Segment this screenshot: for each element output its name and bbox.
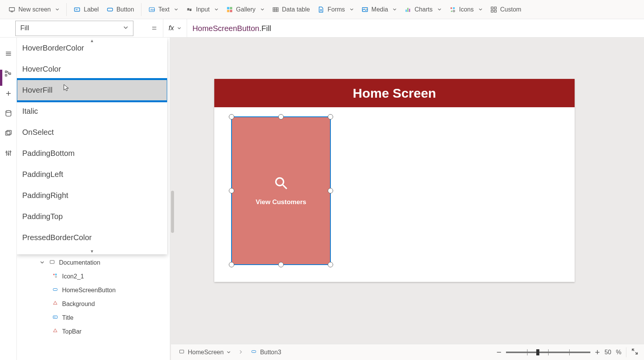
property-selector[interactable]: Fill bbox=[15, 21, 133, 36]
scroll-up-arrow[interactable]: ▲ bbox=[17, 38, 167, 44]
dropdown-item-hovercolor[interactable]: HoverColor bbox=[17, 59, 167, 80]
dropdown-item-paddingright[interactable]: PaddingRight bbox=[17, 185, 167, 206]
svg-rect-14 bbox=[230, 10, 232, 12]
resize-handle[interactable] bbox=[278, 262, 284, 267]
new-screen-label: New screen bbox=[18, 6, 51, 13]
insert-label-button[interactable]: Label bbox=[70, 4, 102, 15]
property-selector-value: Fill bbox=[20, 24, 29, 32]
tree-view-icon[interactable] bbox=[4, 69, 13, 78]
left-nav-rail bbox=[0, 38, 17, 360]
canvas-screen[interactable]: Home Screen View Customers bbox=[214, 79, 575, 282]
icons-icon bbox=[449, 6, 456, 13]
resize-handle[interactable] bbox=[278, 114, 284, 119]
svg-rect-58 bbox=[53, 288, 58, 290]
scroll-down-arrow[interactable]: ▼ bbox=[17, 248, 167, 254]
insert-input-text: Input bbox=[196, 6, 210, 13]
zoom-in-button[interactable]: + bbox=[595, 347, 600, 357]
zoom-unit: % bbox=[616, 349, 621, 356]
svg-rect-15 bbox=[273, 7, 278, 11]
chevron-down-icon bbox=[214, 6, 219, 13]
breadcrumb-chevron-icon bbox=[238, 349, 243, 356]
insert-icons-menu[interactable]: Icons bbox=[445, 4, 486, 15]
insert-custom-menu[interactable]: Custom bbox=[486, 4, 525, 15]
chevron-down-icon bbox=[123, 24, 128, 32]
svg-rect-4 bbox=[107, 8, 113, 11]
resize-handle[interactable] bbox=[229, 262, 234, 267]
resize-handle[interactable] bbox=[229, 188, 234, 193]
svg-point-53 bbox=[10, 151, 11, 152]
hamburger-icon[interactable] bbox=[4, 49, 13, 58]
insert-charts-menu[interactable]: Charts bbox=[401, 4, 445, 15]
resize-handle[interactable] bbox=[229, 114, 234, 119]
dropdown-item-onselect[interactable]: OnSelect bbox=[17, 122, 167, 143]
tree-parent-documentation[interactable]: Documentation bbox=[36, 256, 170, 270]
property-dropdown-list[interactable]: HoverBorderColor HoverColor HoverFill It… bbox=[17, 44, 167, 248]
svg-rect-39 bbox=[9, 73, 10, 74]
fx-button[interactable]: fx bbox=[163, 19, 187, 37]
canvas-area[interactable]: Home Screen View Customers bbox=[170, 38, 644, 360]
zoom-out-button[interactable]: − bbox=[496, 347, 501, 357]
insert-button-button[interactable]: Button bbox=[103, 4, 138, 15]
insert-forms-menu[interactable]: Forms bbox=[314, 4, 357, 15]
breadcrumb-screen[interactable]: HomeScreen bbox=[176, 347, 233, 358]
dropdown-item-paddingtop[interactable]: PaddingTop bbox=[17, 206, 167, 227]
insert-icon[interactable] bbox=[4, 89, 13, 98]
insert-gallery-menu[interactable]: Gallery bbox=[222, 4, 268, 15]
shape-icon bbox=[52, 328, 58, 335]
resize-handle[interactable] bbox=[328, 188, 333, 193]
tree-item-background[interactable]: Background bbox=[36, 297, 170, 311]
breadcrumb-control[interactable]: Button3 bbox=[248, 347, 283, 358]
canvas-scrollbar[interactable] bbox=[171, 191, 174, 233]
dropdown-item-hoverfill[interactable]: HoverFill bbox=[17, 80, 167, 101]
equals-sign: = bbox=[146, 23, 163, 33]
chevron-down-icon bbox=[55, 6, 59, 13]
svg-point-9 bbox=[188, 8, 189, 10]
tools-icon[interactable] bbox=[4, 149, 13, 158]
insert-datatable-text: Data table bbox=[282, 6, 310, 13]
dropdown-item-paddingbottom[interactable]: PaddingBottom bbox=[17, 143, 167, 164]
property-dropdown: ▲ HoverBorderColor HoverColor HoverFill … bbox=[17, 38, 167, 254]
resize-handle[interactable] bbox=[328, 262, 333, 267]
table-icon bbox=[272, 6, 279, 13]
insert-text-menu[interactable]: Abc Text bbox=[145, 4, 182, 15]
zoom-slider[interactable] bbox=[506, 352, 590, 353]
svg-point-61 bbox=[276, 178, 284, 186]
insert-charts-text: Charts bbox=[414, 6, 432, 13]
svg-rect-0 bbox=[9, 7, 15, 11]
data-icon[interactable] bbox=[4, 109, 13, 118]
formula-identifier: HomeScreenButton bbox=[192, 24, 260, 33]
tree-item-topbar[interactable]: TopBar bbox=[36, 325, 170, 339]
button-icon bbox=[251, 349, 257, 356]
insert-media-menu[interactable]: Media bbox=[358, 4, 401, 15]
chevron-down-icon bbox=[174, 6, 178, 13]
dropdown-item-pressedbordercolor[interactable]: PressedBorderColor bbox=[17, 227, 167, 248]
tree-item-homescreenbutton[interactable]: HomeScreenButton bbox=[36, 283, 170, 297]
dropdown-item-hoverbordercolor[interactable]: HoverBorderColor bbox=[17, 44, 167, 59]
screen-header: Home Screen bbox=[214, 79, 575, 107]
media-rail-icon[interactable] bbox=[4, 129, 13, 138]
insert-input-menu[interactable]: Input bbox=[182, 4, 222, 15]
screen-icon bbox=[179, 349, 185, 356]
svg-point-27 bbox=[450, 7, 452, 9]
tree-item-icon2-1[interactable]: Icon2_1 bbox=[36, 270, 170, 283]
active-rail-indicator bbox=[0, 70, 2, 86]
chevron-down-icon bbox=[478, 6, 483, 13]
tree-view-panel: ▲ HoverBorderColor HoverColor HoverFill … bbox=[17, 38, 170, 360]
tree-item-title[interactable]: Title bbox=[36, 311, 170, 325]
svg-rect-25 bbox=[407, 8, 409, 12]
zoom-value: 50 bbox=[605, 349, 611, 356]
new-screen-menu[interactable]: New screen bbox=[5, 4, 63, 15]
view-customers-card[interactable]: View Customers bbox=[231, 116, 331, 265]
label-icon bbox=[52, 314, 58, 322]
custom-icon bbox=[490, 6, 497, 13]
tree-item-label: HomeScreenButton bbox=[62, 287, 116, 294]
expand-icon[interactable] bbox=[631, 348, 639, 357]
formula-input[interactable]: HomeScreenButton.Fill bbox=[187, 24, 644, 33]
svg-point-51 bbox=[6, 152, 7, 153]
dropdown-item-paddingleft[interactable]: PaddingLeft bbox=[17, 164, 167, 185]
resize-handle[interactable] bbox=[328, 114, 333, 119]
dropdown-item-italic[interactable]: Italic bbox=[17, 101, 167, 122]
chevron-down-icon bbox=[350, 6, 354, 13]
insert-datatable-button[interactable]: Data table bbox=[268, 4, 314, 15]
svg-rect-38 bbox=[5, 75, 7, 76]
